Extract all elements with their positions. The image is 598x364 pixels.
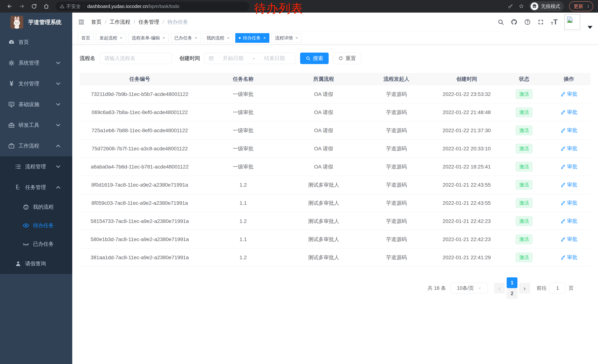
cell-starter: 芋道源码 — [361, 127, 432, 134]
sidebar-item-6[interactable]: 流程管理 — [0, 156, 72, 177]
goto-page-input[interactable] — [549, 283, 566, 293]
column-header-0: 任务编号 — [80, 75, 200, 83]
table-row: 75d72608-7b7f-11ec-a3c8-acde48001122一级审批… — [80, 140, 590, 158]
status-badge: 激活 — [516, 126, 532, 135]
browser-reload-button[interactable] — [29, 1, 39, 11]
cell-process: 测试多审批人 — [287, 236, 361, 243]
page-button-1[interactable]: 1 — [507, 277, 517, 288]
user-avatar[interactable] — [564, 14, 580, 30]
breadcrumb-workflow[interactable]: 工作流程 — [110, 18, 130, 25]
tab-1[interactable]: 发起流程× — [96, 33, 126, 43]
docs-help-icon[interactable] — [524, 19, 531, 25]
tab-close-icon[interactable]: × — [295, 35, 298, 40]
browser-update-button[interactable]: 更新 — [569, 1, 593, 11]
browser-home-button[interactable] — [42, 1, 51, 11]
page-button-2[interactable]: 2 — [507, 288, 517, 299]
bookmark-star-icon[interactable] — [519, 4, 524, 9]
eye-closed-icon — [23, 241, 29, 247]
status-badge: 激活 — [516, 108, 532, 117]
end-date-placeholder[interactable]: 结束日期 — [256, 55, 294, 62]
column-header-3: 流程发起人 — [361, 75, 432, 83]
tab-close-icon[interactable]: × — [227, 35, 230, 40]
tab-close-icon[interactable]: × — [120, 35, 123, 40]
start-date-placeholder[interactable]: 开始日期 — [214, 55, 252, 62]
incognito-badge: 无痕模式 — [529, 1, 564, 11]
cell-created-time: 2022-01-22 20:33:10 — [432, 146, 501, 152]
search-button[interactable]: 搜索 — [300, 53, 329, 64]
approve-action-link[interactable]: 审批 — [560, 163, 577, 170]
approve-action-link[interactable]: 审批 — [560, 254, 577, 261]
cell-created-time: 2022-01-22 18:25:41 — [432, 164, 501, 170]
sidebar-collapse-icon[interactable] — [78, 18, 85, 25]
reset-button[interactable]: 重置 — [333, 53, 361, 64]
approve-action-link[interactable]: 审批 — [560, 199, 577, 206]
breadcrumb-task-management[interactable]: 任务管理 — [139, 18, 159, 25]
approve-action-link[interactable]: 审批 — [560, 109, 577, 116]
prev-page-button[interactable]: ‹ — [494, 283, 505, 293]
column-header-1: 任务名称 — [200, 75, 287, 83]
cell-task-name: 1.1 — [200, 236, 287, 242]
cell-task-id: 069c6a63-7b8a-11ec-8ef0-acde48001122 — [80, 109, 200, 115]
sidebar-item-8[interactable]: 我的流程 — [0, 198, 72, 216]
tab-close-icon[interactable]: × — [263, 35, 266, 40]
fullscreen-icon[interactable] — [537, 19, 544, 25]
tab-0[interactable]: 首页 — [78, 33, 94, 43]
tab-5[interactable]: 待办任务× — [235, 33, 269, 43]
status-badge: 激活 — [516, 180, 532, 190]
app-logo-row[interactable]: 芋道管理系统 — [0, 13, 72, 32]
date-range-picker[interactable]: 开始日期 - 结束日期 — [205, 53, 295, 64]
sidebar-item-7[interactable]: 任务管理 — [0, 177, 72, 198]
approve-action-link[interactable]: 审批 — [560, 145, 577, 152]
sidebar-item-4[interactable]: 研发工具 — [0, 115, 72, 136]
sidebar-item-5[interactable]: 工作流程 — [0, 136, 72, 156]
column-header-2: 所属流程 — [287, 75, 361, 83]
cell-process: OA 请假 — [287, 91, 361, 98]
browser-forward-button[interactable] — [17, 1, 27, 11]
avatar-dropdown-caret[interactable] — [588, 26, 592, 29]
address-bar[interactable]: 不安全 dashboard.yudao.iocoder.cn/bpm/task/… — [56, 2, 249, 11]
tab-close-icon[interactable]: × — [195, 35, 197, 40]
approve-action-link[interactable]: 审批 — [560, 236, 577, 243]
github-icon[interactable] — [511, 19, 517, 25]
tab-2[interactable]: 流程表单-编辑× — [128, 33, 169, 43]
sidebar-item-3[interactable]: 基础设施 — [0, 94, 72, 115]
header-search-icon[interactable] — [498, 19, 504, 25]
tab-6[interactable]: 流程详情× — [272, 33, 302, 43]
chevron-up-icon — [55, 184, 61, 191]
sidebar-item-2[interactable]: ¥支付管理 — [0, 73, 72, 94]
approve-action-link[interactable]: 审批 — [560, 90, 577, 97]
browser-back-button[interactable] — [5, 1, 15, 11]
tab-3[interactable]: 已办任务× — [171, 33, 201, 43]
page-size-select[interactable]: 10条/页 — [451, 283, 488, 293]
app-title: 芋道管理系统 — [28, 18, 61, 26]
key-icon[interactable] — [508, 4, 513, 9]
approve-action-link[interactable]: 审批 — [560, 127, 577, 134]
cell-task-name: 1.2 — [200, 182, 287, 188]
tab-label: 我的流程 — [207, 35, 224, 41]
sidebar-item-label: 研发工具 — [18, 122, 39, 129]
approve-action-link[interactable]: 审批 — [560, 218, 577, 225]
browser-menu-dots-icon[interactable] — [586, 4, 590, 8]
sidebar-item-1[interactable]: 系统管理 — [0, 53, 72, 73]
breadcrumb-home[interactable]: 首页 — [91, 18, 101, 25]
sidebar-item-9[interactable]: 待办任务 — [0, 216, 72, 235]
tab-4[interactable]: 我的流程× — [203, 33, 233, 43]
approve-action-link[interactable]: 审批 — [560, 181, 577, 188]
dashboard-icon — [8, 39, 15, 46]
sidebar-item-0[interactable]: 首页 — [0, 32, 72, 53]
sidebar-item-label: 待办任务 — [33, 222, 54, 229]
sidebar-item-11[interactable]: 请假查询 — [0, 253, 72, 274]
font-size-icon[interactable]: TT — [551, 18, 558, 25]
sidebar-item-label: 首页 — [18, 39, 29, 46]
goto-label: 前往 — [537, 285, 547, 291]
table-row: a6aba0a4-7b6d-11ec-b781-acde48001122一级审批… — [80, 158, 590, 176]
pagination-total: 共 16 条 — [428, 285, 446, 291]
sidebar-item-10[interactable]: 已办任务 — [0, 235, 72, 253]
broken-image-icon — [566, 16, 574, 24]
security-label[interactable]: 不安全 — [66, 3, 81, 10]
process-name-input[interactable] — [100, 53, 172, 64]
next-page-button[interactable]: › — [519, 283, 530, 293]
task-table: 任务编号任务名称所属流程流程发起人创建时间状态操作 73211d9d-7b9b-… — [80, 73, 590, 267]
tab-close-icon[interactable]: × — [162, 35, 165, 40]
sidebar-item-label: 系统管理 — [18, 59, 39, 66]
